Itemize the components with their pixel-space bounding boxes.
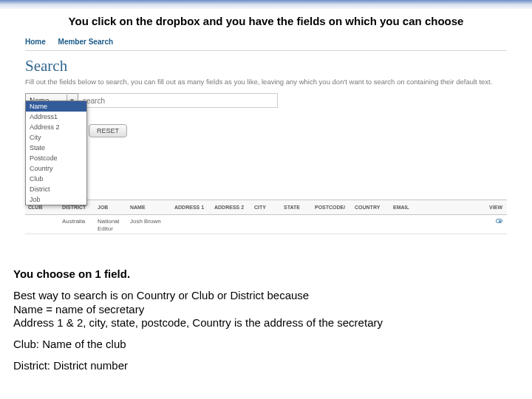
td-district: Australia — [59, 218, 95, 225]
dropdown-option[interactable]: Job — [26, 194, 86, 205]
instruction-line-3: Club: Name of the club — [13, 338, 383, 352]
td-job: National Editor — [95, 218, 127, 233]
search-title: Search — [15, 51, 517, 75]
th-job: JOB — [95, 205, 127, 210]
table-header: CLUB DISTRICT JOB NAME ADDRESS 1 ADDRESS… — [25, 200, 507, 215]
instruction-line-4: District: District number — [13, 359, 383, 373]
search-controls: Name ▼ — [15, 93, 517, 108]
th-view: VIEW — [482, 205, 507, 210]
dropdown-option[interactable]: Club — [26, 174, 86, 184]
td-name: Josh Brown — [127, 218, 171, 225]
th-address2: ADDRESS 2 — [211, 205, 251, 210]
instruction-line-2b: Name = name of secretary — [13, 303, 144, 316]
th-postcode: POSTCODE/ — [312, 205, 352, 210]
th-country: COUNTRY — [352, 205, 390, 210]
search-input[interactable] — [78, 93, 278, 108]
th-address1: ADDRESS 1 — [171, 205, 211, 210]
table-row: Australia National Editor Josh Brown — [25, 215, 507, 234]
th-name: NAME — [127, 205, 171, 210]
td-view[interactable] — [482, 218, 507, 225]
dropdown-option[interactable]: District — [26, 184, 86, 194]
caption: You click on the dropbox and you have th… — [0, 9, 532, 32]
instruction-line-1: You choose on 1 field. — [13, 267, 383, 282]
top-gradient-bar — [0, 0, 532, 9]
dropdown-option[interactable]: Name — [26, 101, 86, 112]
th-club: CLUB — [25, 205, 59, 210]
dropdown-option[interactable]: City — [26, 132, 86, 143]
th-state: STATE — [281, 205, 312, 210]
screenshot-panel: Home Member Search Search Fill out the f… — [15, 35, 517, 253]
dropdown-option[interactable]: Postcode — [26, 153, 86, 163]
dropdown-option[interactable]: Country — [26, 163, 86, 174]
instruction-line-2c: Address 1 & 2, city, state, postcode, Co… — [13, 316, 383, 329]
th-district: DISTRICT — [59, 205, 95, 210]
dropdown-option[interactable]: Address 2 — [26, 122, 86, 132]
instruction-line-2a: Best way to search is on Country or Club… — [13, 289, 309, 301]
results-table: CLUB DISTRICT JOB NAME ADDRESS 1 ADDRESS… — [25, 200, 507, 234]
nav-member-search[interactable]: Member Search — [58, 38, 113, 46]
field-dropdown[interactable]: Name Address1 Address 2 City State Postc… — [25, 100, 87, 205]
eye-icon — [496, 219, 502, 223]
dropdown-option[interactable]: State — [26, 143, 86, 153]
search-description: Fill out the fields below to search, you… — [15, 75, 517, 93]
instruction-block-2: Best way to search is on Country or Club… — [13, 289, 383, 330]
nav-bar: Home Member Search — [15, 35, 517, 49]
reset-button[interactable]: RESET — [89, 124, 127, 137]
nav-home[interactable]: Home — [25, 38, 46, 46]
instructions-block: You choose on 1 field. Best way to searc… — [13, 267, 383, 381]
th-city: CITY — [251, 205, 281, 210]
dropdown-option[interactable]: Address1 — [26, 112, 86, 122]
th-email: EMAIL — [390, 205, 449, 210]
